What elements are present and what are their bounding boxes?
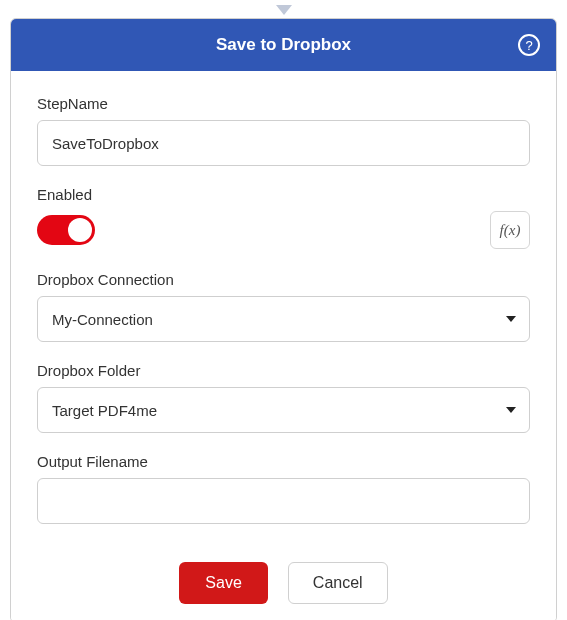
select-connection-value: My-Connection [52,311,153,328]
label-connection: Dropbox Connection [37,271,530,288]
field-output-filename: Output Filename [37,453,530,524]
label-enabled: Enabled [37,186,530,203]
toggle-knob [68,218,92,242]
button-row: Save Cancel [37,544,530,620]
label-stepname: StepName [37,95,530,112]
select-dropbox-connection[interactable]: My-Connection [37,296,530,342]
select-folder-value: Target PDF4me [52,402,157,419]
save-button[interactable]: Save [179,562,267,604]
dialog-title: Save to Dropbox [216,35,351,55]
fx-icon-label: f(x) [500,222,521,239]
help-icon[interactable]: ? [518,34,540,56]
toggle-enabled[interactable] [37,215,95,245]
connector-arrow-icon [276,5,292,15]
dialog-header: Save to Dropbox ? [11,19,556,71]
field-folder: Dropbox Folder Target PDF4me [37,362,530,433]
field-connection: Dropbox Connection My-Connection [37,271,530,342]
cancel-button[interactable]: Cancel [288,562,388,604]
field-stepname: StepName [37,95,530,166]
field-enabled: Enabled f(x) [37,186,530,249]
label-folder: Dropbox Folder [37,362,530,379]
label-output-filename: Output Filename [37,453,530,470]
select-dropbox-folder[interactable]: Target PDF4me [37,387,530,433]
input-stepname[interactable] [37,120,530,166]
input-output-filename[interactable] [37,478,530,524]
dialog-body: StepName Enabled f(x) Dropbox Connection… [11,71,556,620]
dialog-save-to-dropbox: Save to Dropbox ? StepName Enabled f(x) … [10,18,557,620]
fx-button[interactable]: f(x) [490,211,530,249]
